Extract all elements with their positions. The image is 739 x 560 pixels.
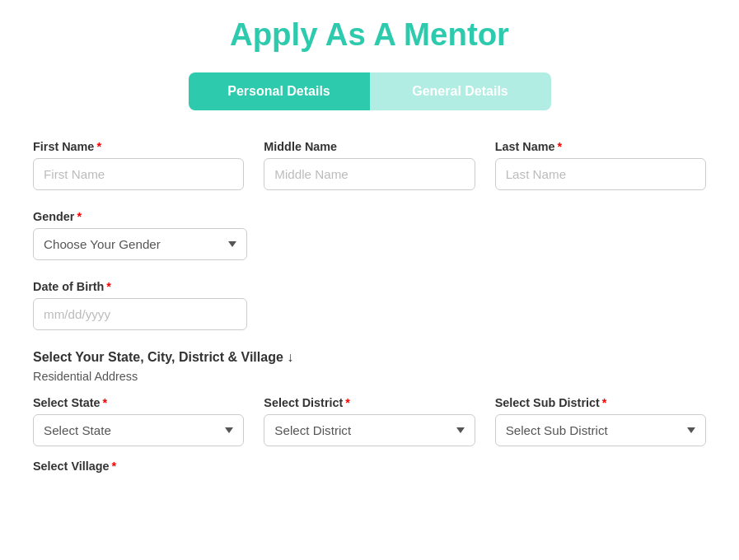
location-heading: Select Your State, City, District & Vill… bbox=[33, 350, 706, 365]
dob-row: Date of Birth* bbox=[33, 280, 706, 330]
tab-personal-details[interactable]: Personal Details bbox=[189, 72, 370, 110]
sub-district-label: Select Sub District* bbox=[495, 396, 706, 409]
dob-group: Date of Birth* bbox=[33, 280, 247, 330]
residential-address-label: Residential Address bbox=[33, 370, 706, 383]
sub-district-select[interactable]: Select Sub District bbox=[495, 414, 706, 446]
address-row: Select State* Select State Select Distri… bbox=[33, 396, 706, 446]
name-row: First Name* Middle Name Last Name* bbox=[33, 140, 706, 190]
village-label: Select Village* bbox=[33, 460, 706, 473]
last-name-input[interactable] bbox=[495, 158, 706, 190]
state-label: Select State* bbox=[33, 396, 244, 409]
dob-input-wrapper bbox=[33, 298, 247, 330]
first-name-input[interactable] bbox=[33, 158, 244, 190]
last-name-group: Last Name* bbox=[495, 140, 706, 190]
page-container: Apply As A Mentor Personal Details Gener… bbox=[0, 0, 739, 497]
gender-group: Gender* Choose Your Gender Male Female O… bbox=[33, 210, 247, 260]
middle-name-group: Middle Name bbox=[264, 140, 475, 190]
page-title: Apply As A Mentor bbox=[25, 16, 714, 53]
sub-district-group: Select Sub District* Select Sub District bbox=[495, 396, 706, 446]
state-select[interactable]: Select State bbox=[33, 414, 244, 446]
tab-general-details[interactable]: General Details bbox=[370, 72, 551, 110]
district-select[interactable]: Select District bbox=[264, 414, 475, 446]
state-group: Select State* Select State bbox=[33, 396, 244, 446]
first-name-label: First Name* bbox=[33, 140, 244, 153]
last-name-label: Last Name* bbox=[495, 140, 706, 153]
gender-select[interactable]: Choose Your Gender Male Female Other bbox=[33, 228, 247, 260]
tab-bar: Personal Details General Details bbox=[25, 72, 714, 110]
district-label: Select District* bbox=[264, 396, 475, 409]
dob-input[interactable] bbox=[33, 298, 247, 330]
gender-label: Gender* bbox=[33, 210, 247, 223]
dob-label: Date of Birth* bbox=[33, 280, 247, 293]
district-group: Select District* Select District bbox=[264, 396, 475, 446]
gender-row: Gender* Choose Your Gender Male Female O… bbox=[33, 210, 706, 260]
middle-name-input[interactable] bbox=[264, 158, 475, 190]
first-name-group: First Name* bbox=[33, 140, 244, 190]
middle-name-label: Middle Name bbox=[264, 140, 475, 153]
form-section: First Name* Middle Name Last Name* bbox=[25, 140, 714, 473]
